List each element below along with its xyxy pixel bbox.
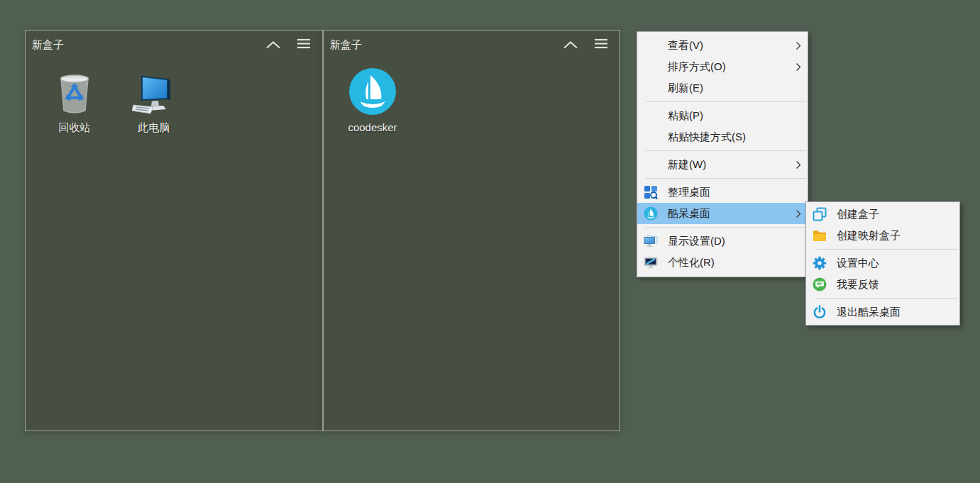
submenu-item-exit-coodesker[interactable]: 退出酷呆桌面 <box>806 301 959 323</box>
menu-item-label: 新建(W) <box>668 158 706 172</box>
desktop-icon-recycle-bin[interactable]: 回收站 <box>35 67 114 135</box>
menu-item-personalize[interactable]: 个性化(R) <box>637 252 808 273</box>
box-title: 新盒子 <box>32 38 64 52</box>
desktop-box-right: 新盒子 coodesk <box>323 30 620 431</box>
menu-icon-slot <box>644 157 658 172</box>
recycle-bin-icon <box>55 67 94 116</box>
display-settings-icon <box>644 234 658 248</box>
menu-item-organize-desktop[interactable]: 整理桌面 <box>637 182 808 203</box>
mapped-folder-icon <box>813 228 827 243</box>
menu-item-display-settings[interactable]: 显示设置(D) <box>637 231 808 252</box>
menu-icon-slot <box>644 81 658 95</box>
menu-icon-slot <box>644 60 658 74</box>
menu-item-label: 粘贴(P) <box>668 109 703 123</box>
hamburger-icon <box>297 38 311 51</box>
submenu-item-settings-center[interactable]: 设置中心 <box>806 252 959 274</box>
menu-item-label: 刷新(E) <box>668 82 703 95</box>
menu-separator <box>646 101 806 102</box>
menu-item-label: 查看(V) <box>668 39 703 52</box>
desktop-box-left: 新盒子 <box>25 30 323 431</box>
menu-item-new[interactable]: 新建(W) <box>637 154 808 175</box>
menu-item-label: 粘贴快捷方式(S) <box>668 131 746 144</box>
box-header: 新盒子 <box>26 30 322 59</box>
power-icon <box>813 305 827 319</box>
desktop-icon-this-pc[interactable]: 此电脑 <box>114 67 194 135</box>
submenu-arrow-icon <box>795 160 801 170</box>
box-header: 新盒子 <box>324 30 620 59</box>
submenu-arrow-icon <box>795 62 801 72</box>
menu-icon-slot <box>644 38 658 52</box>
menu-item-sort-by[interactable]: 排序方式(O) <box>637 56 808 77</box>
settings-gear-icon <box>813 256 827 270</box>
organize-desktop-icon <box>644 185 658 199</box>
coodesker-icon <box>644 206 658 221</box>
submenu-item-create-mapped-box[interactable]: 创建映射盒子 <box>806 225 959 246</box>
icon-label: coodesker <box>348 121 397 133</box>
feedback-icon <box>813 277 827 292</box>
menu-item-label: 创建盒子 <box>837 208 879 221</box>
submenu-item-create-box[interactable]: 创建盒子 <box>806 204 959 225</box>
menu-separator <box>646 150 806 151</box>
desktop-context-menu: 查看(V) 排序方式(O) 刷新(E) 粘贴(P) 粘贴快捷方式(S) 新建(W… <box>637 31 808 277</box>
collapse-button[interactable] <box>563 39 578 51</box>
box-menu-button[interactable] <box>594 38 608 51</box>
chevron-up-icon <box>563 39 578 51</box>
create-box-icon <box>813 207 827 221</box>
menu-item-label: 我要反馈 <box>837 278 879 292</box>
menu-item-paste-shortcut[interactable]: 粘贴快捷方式(S) <box>637 126 808 148</box>
submenu-arrow-icon <box>795 209 801 218</box>
menu-item-label: 整理桌面 <box>668 186 710 199</box>
menu-item-refresh[interactable]: 刷新(E) <box>637 77 808 99</box>
desktop-icon-coodesker[interactable]: coodesker <box>333 67 412 133</box>
menu-separator <box>646 227 806 228</box>
box-menu-button[interactable] <box>297 38 311 51</box>
coodesker-icon <box>348 67 397 116</box>
menu-item-coodesker[interactable]: 酷呆桌面 <box>637 203 808 224</box>
menu-item-label: 个性化(R) <box>668 256 715 270</box>
personalize-icon <box>644 255 658 270</box>
menu-icon-slot <box>644 130 658 144</box>
icon-label: 回收站 <box>59 121 91 135</box>
chevron-up-icon <box>265 39 281 51</box>
box-body: coodesker <box>324 59 620 133</box>
submenu-item-feedback[interactable]: 我要反馈 <box>806 274 959 295</box>
menu-item-paste[interactable]: 粘贴(P) <box>637 105 808 126</box>
menu-separator <box>815 249 958 250</box>
submenu-arrow-icon <box>795 41 801 50</box>
menu-item-label: 排序方式(O) <box>668 60 726 74</box>
box-body: 回收站 <box>26 59 322 135</box>
menu-icon-slot <box>644 109 658 123</box>
box-title: 新盒子 <box>330 38 362 52</box>
menu-item-label: 显示设置(D) <box>668 235 725 248</box>
menu-item-label: 创建映射盒子 <box>837 229 901 243</box>
menu-separator <box>646 178 806 179</box>
menu-item-view[interactable]: 查看(V) <box>637 35 808 56</box>
hamburger-icon <box>594 38 608 51</box>
coodesker-submenu: 创建盒子 创建映射盒子 <box>805 201 960 326</box>
collapse-button[interactable] <box>265 39 281 51</box>
menu-item-label: 设置中心 <box>837 257 879 270</box>
menu-separator <box>815 298 958 299</box>
menu-item-label: 退出酷呆桌面 <box>837 306 901 319</box>
icon-label: 此电脑 <box>138 121 170 135</box>
this-pc-icon <box>132 67 176 116</box>
menu-item-label: 酷呆桌面 <box>668 207 710 221</box>
